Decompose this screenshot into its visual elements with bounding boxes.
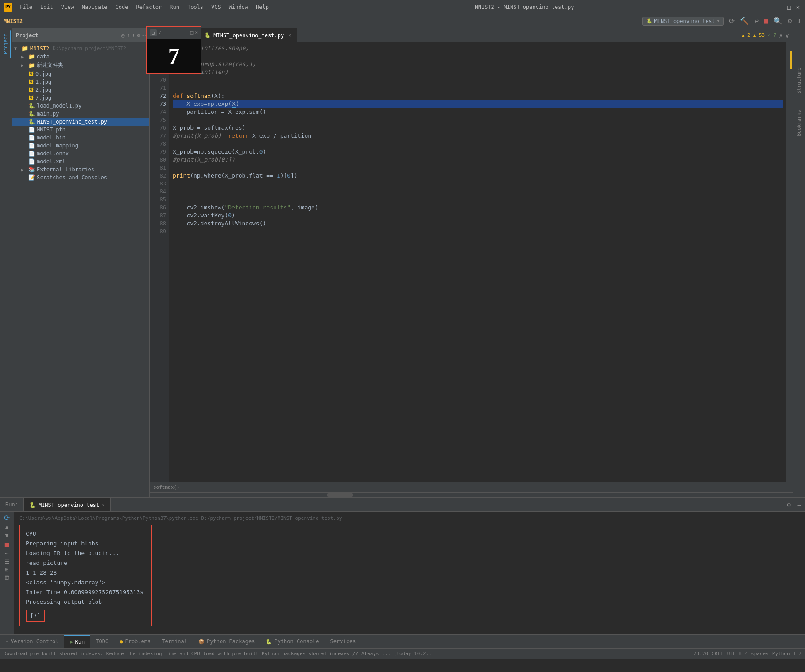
code-line-81 xyxy=(173,164,783,172)
menu-navigate[interactable]: Navigate xyxy=(78,2,111,12)
tool-terminal[interactable]: Terminal xyxy=(156,635,193,648)
menu-refactor[interactable]: Refactor xyxy=(132,2,165,12)
line-71: 71 xyxy=(150,84,169,92)
search-icon[interactable]: 🔍 xyxy=(774,17,782,25)
scrollbar-thumb[interactable] xyxy=(327,493,353,497)
tree-item-model-mapping[interactable]: ▶ 📄 model.mapping xyxy=(12,142,149,150)
menu-help[interactable]: Help xyxy=(252,2,272,12)
run-config-icon: 🐍 xyxy=(646,18,653,24)
project-header-icons[interactable]: ◎ ⬆ ⬇ ⚙ ⋯ xyxy=(121,32,146,39)
run-stop-icon[interactable]: ■ xyxy=(5,540,9,548)
tree-item-external-libs[interactable]: ▶ 📚 External Libraries xyxy=(12,166,149,174)
project-tab[interactable]: Project xyxy=(1,30,11,58)
lib-icon: 📚 xyxy=(28,166,35,173)
run-active-tab[interactable]: 🐍 MINST_openvino_test ✕ xyxy=(24,498,111,511)
run-toolbar: ⟳ ▲ ▼ ■ ⋯ ☰ ⊞ 🗑 xyxy=(0,512,14,634)
code-content[interactable]: # print(res.shape) # # len=np.size(res,1… xyxy=(169,42,786,482)
h-scrollbar[interactable] xyxy=(150,492,793,497)
menu-view[interactable]: View xyxy=(58,2,77,12)
gear-icon[interactable]: ⚙ xyxy=(137,32,140,39)
tree-item-scratches[interactable]: ▶ 📝 Scratches and Consoles xyxy=(12,174,149,182)
root-name: MNIST2 xyxy=(30,46,49,52)
tree-item-mnist-pth[interactable]: ▶ 📄 MNIST.pth xyxy=(12,126,149,134)
tool-version-control[interactable]: ⑂ Version Control xyxy=(0,635,64,648)
expand-editor-icon[interactable]: ∨ xyxy=(786,32,789,39)
locate-icon[interactable]: ◎ xyxy=(121,32,125,39)
tree-item-model-bin[interactable]: ▶ 📄 model.bin xyxy=(12,134,149,142)
tool-python-console[interactable]: 🐍 Python Console xyxy=(260,635,325,648)
tree-item-7jpg[interactable]: ▶ 🖼 7.jpg xyxy=(12,94,149,102)
menu-window[interactable]: Window xyxy=(225,2,252,12)
close-button[interactable]: ✕ xyxy=(794,4,801,11)
item-label: 1.jpg xyxy=(35,79,51,85)
run-minimize-icon[interactable]: — xyxy=(794,498,805,511)
menu-vcs[interactable]: VCS xyxy=(208,2,224,12)
tree-item-newfolder[interactable]: ▶ 📁 新建文件夹 xyxy=(12,61,149,70)
tool-run[interactable]: ▶ Run xyxy=(64,635,90,648)
minimize-button[interactable]: — xyxy=(777,4,784,11)
tab-minst-test[interactable]: 🐍 MINST_openvino_test.py ✕ xyxy=(199,28,297,42)
refresh-icon[interactable]: ⟳ xyxy=(729,17,735,25)
run-filter-icon[interactable]: ⊞ xyxy=(5,566,9,573)
back-icon[interactable]: ↩ xyxy=(754,17,759,25)
tree-item-model-xml[interactable]: ▶ 📄 model.xml xyxy=(12,158,149,166)
popup-close[interactable]: ✕ xyxy=(195,30,198,35)
line-numbers: 66 67 68 69 70 71 72 73 74 75 76 77 78 7… xyxy=(150,42,169,482)
popup-icon: □ xyxy=(150,29,157,36)
tree-item-mainpy[interactable]: ▶ 🐍 main.py xyxy=(12,110,149,118)
python-icon: 🐍 xyxy=(205,32,211,38)
tree-root[interactable]: ▼ 📁 MNIST2 D:\pycharm_project\MNIST2 xyxy=(12,44,149,53)
run-line-class: <class 'numpy.ndarray'> xyxy=(26,578,146,587)
error-icon: ▲ 53 xyxy=(753,32,765,38)
menu-run[interactable]: Run xyxy=(166,2,183,12)
line-83: 83 xyxy=(150,180,169,188)
tree-item-minst[interactable]: ▶ 🐍 MINST_openvino_test.py xyxy=(12,118,149,126)
tree-item-2jpg[interactable]: ▶ 🖼 2.jpg xyxy=(12,86,149,94)
run-trash-icon[interactable]: 🗑 xyxy=(4,574,10,581)
more-icon[interactable]: ⋯ xyxy=(142,32,146,39)
tool-todo[interactable]: TODO xyxy=(90,635,114,648)
collapse-icon[interactable]: ⬆ xyxy=(127,32,130,39)
menu-bar[interactable]: File Edit View Navigate Code Refactor Ru… xyxy=(16,2,272,12)
popup-restore[interactable]: □ xyxy=(190,30,194,35)
bookmarks-tab[interactable]: Bookmarks xyxy=(794,106,804,140)
status-line: 73:20 xyxy=(693,651,708,657)
tool-python-packages[interactable]: 📦 Python Packages xyxy=(193,635,260,648)
run-scroll-up-icon[interactable]: ▲ xyxy=(5,523,8,530)
run-config-dropdown[interactable]: 🐍 MINST_openvino_test ▾ xyxy=(642,17,724,26)
tool-problems[interactable]: ● Problems xyxy=(114,635,156,648)
menu-code[interactable]: Code xyxy=(112,2,132,12)
menu-tools[interactable]: Tools xyxy=(184,2,207,12)
stop-icon[interactable]: ■ xyxy=(764,17,768,25)
services-label: Services xyxy=(330,638,356,645)
run-settings-icon[interactable]: ⚙ xyxy=(783,498,794,511)
tree-item-loadmodel[interactable]: ▶ 🐍 load_model1.py xyxy=(12,102,149,110)
update-icon[interactable]: ⬇ xyxy=(797,17,801,25)
run-tab-close[interactable]: ✕ xyxy=(102,502,105,508)
run-more-icon[interactable]: ⋯ xyxy=(5,550,8,557)
build-icon[interactable]: 🔨 xyxy=(740,17,749,25)
run-list-icon[interactable]: ☰ xyxy=(4,558,10,565)
tree-item-model-onnx[interactable]: ▶ 📄 model.onnx xyxy=(12,150,149,158)
tab-close[interactable]: ✕ xyxy=(288,32,291,38)
structure-tab[interactable]: Structure xyxy=(794,64,804,97)
tree-item-1jpg[interactable]: ▶ 🖼 1.jpg xyxy=(12,78,149,86)
collapse-editor-icon[interactable]: ∧ xyxy=(779,32,782,39)
code-line-78 xyxy=(173,140,783,148)
run-scroll-down-icon[interactable]: ▼ xyxy=(5,532,8,539)
project-name: MNIST2 xyxy=(4,18,23,24)
line-86: 86 xyxy=(150,204,169,212)
settings-icon[interactable]: ⚙ xyxy=(788,17,792,25)
tree-item-data[interactable]: ▶ 📁 data xyxy=(12,53,149,61)
window-controls[interactable]: — □ ✕ xyxy=(777,4,801,11)
terminal-label: Terminal xyxy=(162,638,187,645)
menu-edit[interactable]: Edit xyxy=(37,2,57,12)
expand-icon[interactable]: ⬇ xyxy=(132,32,135,39)
popup-minimize[interactable]: — xyxy=(186,30,189,35)
item-label: 0.jpg xyxy=(35,71,51,77)
tool-services[interactable]: Services xyxy=(325,635,362,648)
tree-item-0jpg[interactable]: ▶ 🖼 0.jpg xyxy=(12,70,149,78)
menu-file[interactable]: File xyxy=(16,2,36,12)
run-rerun-icon[interactable]: ⟳ xyxy=(4,514,10,522)
maximize-button[interactable]: □ xyxy=(786,4,793,11)
